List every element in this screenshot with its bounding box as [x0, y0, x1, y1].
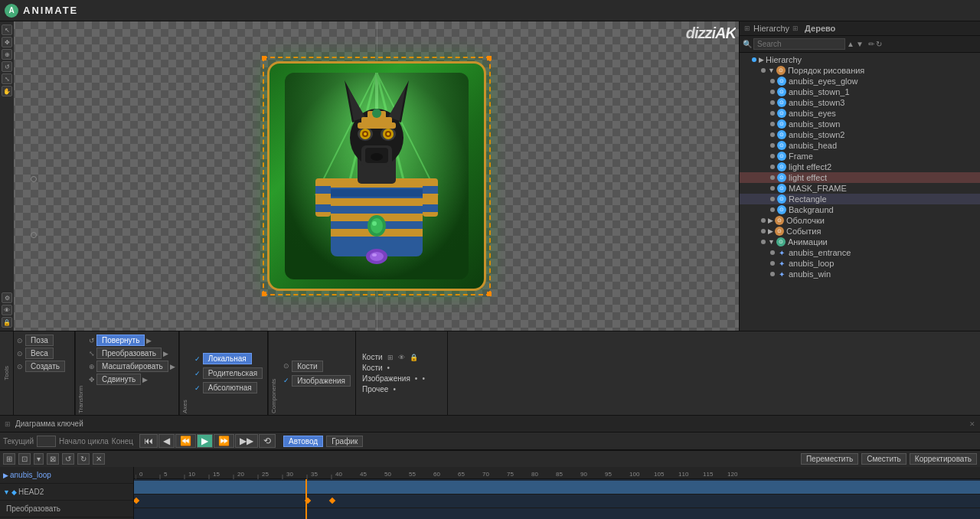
scale-button[interactable]: Масштабировать: [96, 361, 168, 372]
tool-select[interactable]: ↖: [2, 24, 12, 35]
tree-item-hierarchy[interactable]: ▶ Hierarchy: [740, 54, 980, 65]
tool-move[interactable]: ✥: [2, 37, 12, 47]
tool-zoom[interactable]: ⊕: [2, 49, 12, 60]
edit-icon[interactable]: ✏: [868, 40, 874, 48]
search-input[interactable]: [753, 38, 845, 50]
transform-button[interactable]: Преобразовать: [96, 348, 162, 359]
svg-text:60: 60: [433, 471, 440, 478]
timeline-content[interactable]: [134, 479, 980, 519]
refresh-icon[interactable]: ↻: [876, 40, 882, 48]
images-button[interactable]: Изображения: [292, 375, 351, 387]
track-row-3: [134, 508, 980, 519]
loop-btn[interactable]: ⟲: [259, 434, 276, 448]
tree-item-anubis-stown-1[interactable]: ⊙ anubis_stown_1: [740, 86, 980, 97]
svg-point-26: [372, 221, 377, 226]
track-transform[interactable]: Преобразовать: [0, 501, 133, 517]
tree-item-anubis-win[interactable]: ✦ anubis_win: [740, 269, 980, 279]
tree-item-anubis-stown[interactable]: ⊙ anubis_stown: [740, 119, 980, 129]
canvas-viewport[interactable]: [14, 21, 739, 331]
parent-button[interactable]: Родительская: [203, 367, 263, 379]
next-frame-btn[interactable]: ▶▶: [235, 434, 258, 448]
timeline-toolbar: ⊞ ⊡ ▾ ⊠ ↺ ↻ ✕ Переместить Сместить Корре…: [0, 450, 980, 467]
cycle-end-label: Конец: [112, 437, 133, 446]
correct-keys-btn[interactable]: Корректировать: [910, 453, 977, 465]
tl-icon-btn-3[interactable]: ▾: [34, 453, 44, 465]
tl-icon-btn-4[interactable]: ⊠: [47, 453, 59, 465]
tree-item-obolochki[interactable]: ▶ ⊙ Оболочки: [740, 215, 980, 226]
tree-item-sobytiya[interactable]: ▶ ⊙ События: [740, 226, 980, 237]
track-head2[interactable]: ▼ ◆ HEAD2: [0, 484, 133, 501]
tool-scale[interactable]: ⤡: [2, 73, 12, 84]
tree-label: Backgraund: [789, 205, 834, 214]
tl-icon-btn-1[interactable]: ⊞: [3, 453, 15, 465]
transform-section: Transform ↺ Повернуть ▶ ⤡ Преобразовать …: [75, 331, 179, 415]
create-button[interactable]: Создать: [25, 361, 65, 372]
tl-icon-btn-6[interactable]: ↻: [77, 453, 90, 465]
offset-keys-btn[interactable]: Сместить: [861, 453, 906, 465]
tree-item-anubis-head[interactable]: ⊙ anubis_head: [740, 140, 980, 151]
tree-item-rectangle[interactable]: ⊙ Rectangle: [740, 194, 980, 204]
canvas-area[interactable]: ↖ ✥ ⊕ ↺ ⤡ ✋ ⚙ 👁 🔒: [0, 21, 739, 331]
absolute-button[interactable]: Абсолютная: [203, 382, 257, 393]
tree-item-mask-frame[interactable]: ⊙ MASK_FRAME: [740, 183, 980, 194]
item-icon: ⊙: [777, 87, 786, 96]
tree-item-backgraund[interactable]: ⊙ Backgraund: [740, 204, 980, 215]
prev-frame-btn[interactable]: ◀: [158, 434, 175, 448]
move-button[interactable]: Сдвинуть: [96, 374, 141, 385]
current-frame-input[interactable]: 25: [37, 436, 56, 447]
selection-handle-br[interactable]: [487, 292, 492, 296]
prev-btn[interactable]: ⏪: [175, 434, 196, 448]
folder-icon-anim: ⊙: [776, 237, 786, 246]
tree-item-light-effect2[interactable]: ⊙ light effect2: [740, 162, 980, 172]
move-keys-btn[interactable]: Переместить: [801, 453, 858, 465]
tree-item-anubis-stown2[interactable]: ⊙ anubis_stown2: [740, 129, 980, 140]
svg-rect-10: [331, 198, 423, 206]
weight-button[interactable]: Веса: [25, 348, 54, 359]
tree-item-anubis-eyes[interactable]: ⊙ anubis_eyes: [740, 108, 980, 119]
pose-button[interactable]: Поза: [25, 335, 54, 346]
tree-dot: [770, 261, 775, 266]
tree-label: anubis_head: [789, 141, 837, 150]
nav-up-icon[interactable]: ▲: [847, 40, 854, 48]
tree-item-anubis-eyes-glow[interactable]: ⊙ anubis_eyes_glow: [740, 76, 980, 86]
selection-handle-bl[interactable]: [262, 292, 266, 296]
graph-btn[interactable]: График: [326, 436, 363, 447]
track-anubis-loop[interactable]: ▶ anubis_loop: [0, 467, 133, 484]
tree-item-anubis-entrance[interactable]: ✦ anubis_entrance: [740, 247, 980, 258]
tool-lock[interactable]: 🔒: [2, 317, 12, 328]
tl-icon-btn-2[interactable]: ⊡: [18, 453, 31, 465]
tl-icon-btn-5[interactable]: ↺: [62, 453, 74, 465]
nav-down-icon[interactable]: ▼: [856, 40, 864, 48]
svg-point-38: [387, 132, 390, 135]
track-timeline-panel[interactable]: 0 5 10 15 20 25 30 35 40 45 50 55: [134, 467, 980, 519]
bones-dot-1: •: [387, 364, 390, 372]
tree-item-animatsii[interactable]: ▼ ⊙ Анимации: [740, 237, 980, 247]
turn-button[interactable]: Повернуть: [96, 335, 145, 346]
bones-details-panel: Кости ⊞ 👁 🔒 Кости • Изображения • • Проч…: [356, 331, 448, 415]
skip-start-btn[interactable]: ⏮: [139, 434, 158, 448]
keyframe-3: [329, 498, 335, 504]
tree-item-anubis-loop[interactable]: ✦ anubis_loop ↘: [740, 258, 980, 269]
tool-pan[interactable]: ✋: [2, 86, 12, 96]
selection-handle-tr[interactable]: [487, 56, 492, 60]
bones-button[interactable]: Кости: [292, 361, 323, 372]
tool-settings[interactable]: ⚙: [2, 292, 12, 303]
tree-item-poryadok[interactable]: ▼ ⊙ Порядок рисования: [740, 65, 980, 76]
tool-view[interactable]: 👁: [2, 305, 12, 315]
selection-handle-tl[interactable]: [262, 56, 266, 60]
local-button[interactable]: Локальная: [203, 353, 252, 364]
play-btn[interactable]: ▶: [197, 434, 213, 448]
svg-rect-18: [315, 186, 331, 194]
tree-item-frame[interactable]: ⊙ Frame: [740, 151, 980, 162]
playhead[interactable]: [305, 479, 307, 519]
brand-logo: dizziAK: [686, 24, 736, 42]
tree-item-anubis-stown3[interactable]: ⊙ anubis_stown3: [740, 97, 980, 108]
tree-dot: [761, 218, 766, 223]
tool-rotate[interactable]: ↺: [2, 61, 12, 72]
next-btn[interactable]: ⏩: [214, 434, 234, 448]
tl-icon-btn-7[interactable]: ✕: [93, 453, 105, 465]
autodrive-btn[interactable]: Автовод: [283, 436, 323, 447]
close-timeline-btn[interactable]: ✕: [969, 420, 975, 428]
hierarchy-tree: ▶ Hierarchy ▼ ⊙ Порядок рисования ⊙ anub…: [740, 53, 980, 331]
tree-item-light-effect[interactable]: ⊙ light effect: [740, 172, 980, 183]
